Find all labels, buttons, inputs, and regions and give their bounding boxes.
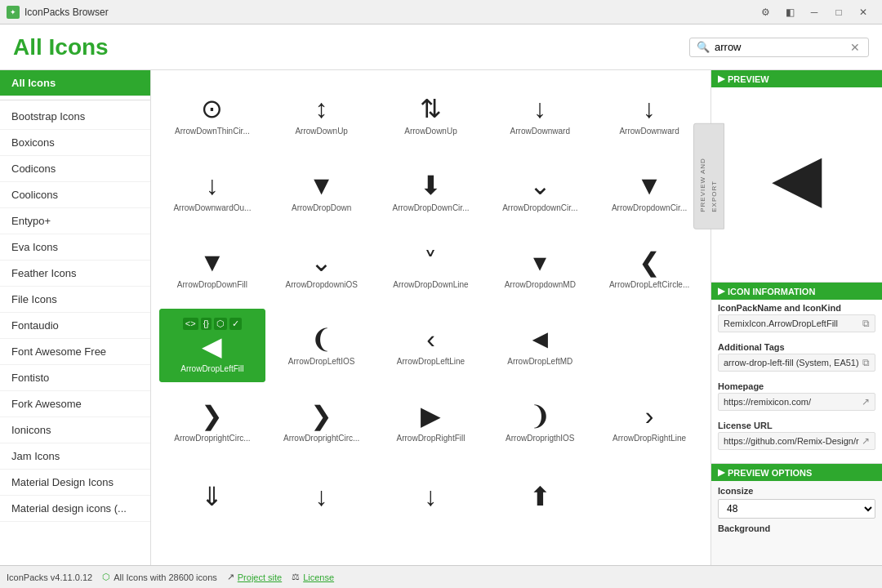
sidebar-item-eva-icons[interactable]: Eva Icons <box>0 234 150 261</box>
icon-item[interactable]: ⬆ <box>487 462 593 536</box>
icon-label: ArrowDownUp <box>295 127 347 136</box>
icon-item[interactable] <box>596 309 702 382</box>
icon-item[interactable] <box>596 462 702 536</box>
icon-item[interactable]: ▼ArrowDropDown <box>269 155 375 229</box>
close-button[interactable]: ✕ <box>851 4 875 20</box>
status-bar: IconPacks v4.11.0.12 ⬡ All Icons with 28… <box>0 565 882 588</box>
icon-item[interactable]: ▼ArrowDropDownFill <box>159 232 265 305</box>
sidebar-item-ionicons[interactable]: Ionicons <box>0 417 150 443</box>
icon-item[interactable]: ⌄ArrowDropdownCir... <box>487 155 593 229</box>
icon-tags-value-row: arrow-drop-left-fill (System, EA51) ⧉ <box>718 354 875 372</box>
icon-item[interactable]: ❩ArrowDroprigthIOS <box>487 385 593 459</box>
copy-tags-button[interactable]: ⧉ <box>862 357 870 368</box>
app-title: IconPacks Browser <box>24 7 109 18</box>
icon-item[interactable]: ⊙ArrowDownThinCir... <box>159 78 265 152</box>
icon-label: ArrowDropdownMD <box>505 280 576 289</box>
license-item[interactable]: ⚖ License <box>292 572 334 582</box>
icon-symbol: ▼ <box>636 172 662 198</box>
icon-license-value-row: https://github.com/Remix-Design/r ↗ <box>718 432 875 450</box>
icon-item[interactable]: <>{}⬡✓◀ArrowDropLeftFill <box>159 309 265 382</box>
icon-item[interactable]: ‹ArrowDropLeftLine <box>378 309 484 382</box>
icon-item[interactable]: ⇓ <box>159 462 265 536</box>
icon-symbol: ❨ <box>310 326 332 352</box>
sidebar-item-boxicons[interactable]: Boxicons <box>0 130 150 156</box>
theme-button[interactable]: ◧ <box>777 4 802 20</box>
sidebar-item-codicons[interactable]: Codicons <box>0 156 150 182</box>
icon-symbol: ◄ <box>527 326 553 352</box>
icon-item[interactable]: ▼ArrowDropdownCir... <box>596 155 702 229</box>
icon-label: ArrowDownward <box>510 127 570 136</box>
icon-name-value-row: RemixIcon.ArrowDropLeftFill ⧉ <box>718 314 875 332</box>
sidebar-item-feather-icons[interactable]: Feather Icons <box>0 261 150 287</box>
sidebar-item-material-design-icons[interactable]: Material Design Icons <box>0 470 150 496</box>
icon-item[interactable]: ❮ArrowDropLeftCircle... <box>596 232 702 305</box>
icon-item[interactable]: ▾ArrowDropdownMD <box>487 232 593 305</box>
icon-item[interactable]: ↓ <box>378 462 484 536</box>
icon-item[interactable]: ˅ArrowDropDownLine <box>378 232 484 305</box>
search-input[interactable] <box>715 41 845 53</box>
icon-symbol: ❩ <box>529 403 551 429</box>
icon-tags-row: Additional Tags arrow-drop-left-fill (Sy… <box>711 339 882 378</box>
clear-search-button[interactable]: ✕ <box>850 41 860 54</box>
copy-name-button[interactable]: ⧉ <box>862 318 870 329</box>
preview-section-title: PREVIEW <box>728 74 769 84</box>
version-item: IconPacks v4.11.0.12 <box>7 572 92 582</box>
icon-symbol: ▼ <box>309 172 335 198</box>
preview-area: ◀ <box>711 87 882 267</box>
iconsize-select[interactable]: 16 24 32 48 64 96 128 <box>718 499 875 519</box>
icon-symbol: ↓ <box>206 172 219 198</box>
icon-label: ArrowDropDownCir... <box>393 203 470 212</box>
icon-item[interactable]: ↓ArrowDownwardOu... <box>159 155 265 229</box>
icon-item[interactable]: ▶ArrowDropRightFill <box>378 385 484 459</box>
project-site-item[interactable]: ↗ Project site <box>227 572 282 582</box>
icon-item[interactable]: ❯ArrowDroprightCirc... <box>159 385 265 459</box>
sidebar-item-fontaudio[interactable]: Fontaudio <box>0 313 150 339</box>
sidebar-item-all-icons[interactable]: All Icons <box>0 70 150 96</box>
icon-item[interactable]: ↕ArrowDownUp <box>269 78 375 152</box>
icon-label: ArrowDropLeftLine <box>397 357 465 366</box>
sidebar-item-bootstrap-icons[interactable]: Bootstrap Icons <box>0 104 150 130</box>
sidebar-item-material-design-icons2[interactable]: Material design icons (... <box>0 496 150 522</box>
icon-label: ArrowDownUp <box>404 127 457 136</box>
icon-item[interactable]: ⌄ArrowDropdowniOS <box>269 232 375 305</box>
icon-name-label: IconPackName and IconKind <box>718 303 875 313</box>
icon-count-icon: ⬡ <box>102 572 110 582</box>
preview-icon: ◀ <box>772 140 822 216</box>
icon-item[interactable]: ⇅ArrowDownUp <box>378 78 484 152</box>
sidebar-item-file-icons[interactable]: File Icons <box>0 287 150 313</box>
icon-item[interactable]: ◄ArrowDropLeftMD <box>487 309 593 382</box>
sidebar-item-fontisto[interactable]: Fontisto <box>0 365 150 391</box>
sidebar-item-font-awesome[interactable]: Font Awesome Free <box>0 339 150 365</box>
sidebar-item-jam-icons[interactable]: Jam Icons <box>0 443 150 470</box>
preview-header-icon: ▶ <box>718 74 724 84</box>
project-site-link[interactable]: Project site <box>238 572 282 582</box>
icon-item[interactable]: ↓ArrowDownward <box>596 78 702 152</box>
open-license-button[interactable]: ↗ <box>862 435 870 447</box>
icon-label: ArrowDropLeftMD <box>507 357 572 366</box>
sidebar-item-entypo[interactable]: Entypo+ <box>0 208 150 234</box>
icon-item[interactable]: ↓ArrowDownward <box>487 78 593 152</box>
icon-item[interactable]: ↓ <box>269 462 375 536</box>
icon-symbol: ˅ <box>424 249 437 275</box>
search-box[interactable]: 🔍 ✕ <box>689 38 869 57</box>
open-homepage-button[interactable]: ↗ <box>862 396 870 408</box>
icon-item[interactable]: ›ArrowDropRightLine <box>596 385 702 459</box>
icon-item[interactable]: ❨ArrowDropLeftIOS <box>269 309 375 382</box>
icon-symbol: ↓ <box>643 96 656 122</box>
settings-button[interactable]: ⚙ <box>753 4 777 20</box>
main-layout: All Icons Bootstrap Icons Boxicons Codic… <box>0 70 882 565</box>
icon-symbol: ↓ <box>533 96 546 122</box>
icon-label: ArrowDropDownFill <box>177 280 247 289</box>
license-link[interactable]: License <box>303 572 334 582</box>
sidebar-item-coolicons[interactable]: Coolicons <box>0 182 150 208</box>
title-bar: ✦ IconPacks Browser ⚙ ◧ ─ □ ✕ <box>0 0 882 24</box>
icon-label: ArrowDroprigthIOS <box>506 434 574 443</box>
icon-item[interactable]: ⬇ArrowDropDownCir... <box>378 155 484 229</box>
icon-item[interactable]: ❯ArrowDroprightCirc... <box>269 385 375 459</box>
sidebar-item-fork-awesome[interactable]: Fork Awesome <box>0 391 150 417</box>
minimize-button[interactable]: ─ <box>802 4 826 20</box>
side-expand-tab[interactable]: PREVIEW AND EXPORT <box>693 123 724 229</box>
sidebar: All Icons Bootstrap Icons Boxicons Codic… <box>0 70 151 565</box>
icon-symbol: ⇓ <box>201 483 223 510</box>
restore-button[interactable]: □ <box>826 4 851 20</box>
